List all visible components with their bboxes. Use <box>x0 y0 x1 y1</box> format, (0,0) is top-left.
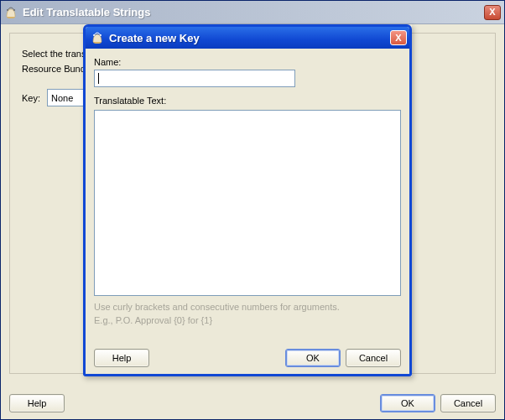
hint-text: Use curly brackets and consecutive numbe… <box>94 301 401 327</box>
outer-window-title: Edit Translatable Strings <box>23 6 479 18</box>
hint-line-1: Use curly brackets and consecutive numbe… <box>94 301 401 314</box>
svg-point-5 <box>100 34 102 36</box>
svg-point-1 <box>7 9 8 11</box>
app-icon <box>91 31 104 44</box>
outer-titlebar: Edit Translatable Strings X <box>1 1 504 24</box>
outer-client-area: Select the transl Resource Bundle Key: N… <box>1 24 504 419</box>
outer-help-button[interactable]: Help <box>9 394 65 412</box>
key-label: Key: <box>22 93 40 103</box>
svg-point-4 <box>93 34 95 36</box>
name-input[interactable] <box>94 70 295 87</box>
dialog-right-buttons: OK Cancel <box>285 349 401 367</box>
svg-point-2 <box>13 9 15 11</box>
app-icon <box>4 6 18 19</box>
outer-cancel-button[interactable]: Cancel <box>440 394 496 412</box>
translatable-text-label: Translatable Text: <box>94 96 401 106</box>
create-key-dialog: Create a new Key X Name: Translatable Te… <box>83 24 412 376</box>
close-icon: X <box>395 33 401 43</box>
outer-ok-button[interactable]: OK <box>380 394 435 412</box>
close-icon: X <box>489 8 495 17</box>
dialog-close-button[interactable]: X <box>390 30 407 45</box>
outer-right-buttons: OK Cancel <box>380 394 496 412</box>
dialog-cancel-button[interactable]: Cancel <box>346 349 401 367</box>
dialog-titlebar: Create a new Key X <box>86 27 409 49</box>
outer-button-bar: Help OK Cancel <box>9 394 496 412</box>
outer-close-button[interactable]: X <box>484 5 501 20</box>
dialog-client-area: Name: Translatable Text: Use curly brack… <box>86 49 409 374</box>
outer-window: Edit Translatable Strings X Select the t… <box>0 0 505 420</box>
dialog-title: Create a new Key <box>109 32 385 44</box>
dialog-button-bar: Help OK Cancel <box>94 327 401 367</box>
name-label: Name: <box>94 57 401 67</box>
dialog-help-button[interactable]: Help <box>94 349 149 367</box>
dialog-ok-button[interactable]: OK <box>285 349 341 367</box>
key-select-value: None <box>51 93 73 103</box>
hint-line-2: E.g., P.O. Approval {0} for {1} <box>94 314 401 327</box>
dialog-frame: Create a new Key X Name: Translatable Te… <box>83 24 412 376</box>
text-caret <box>98 73 99 84</box>
translatable-text-input[interactable] <box>94 110 401 296</box>
